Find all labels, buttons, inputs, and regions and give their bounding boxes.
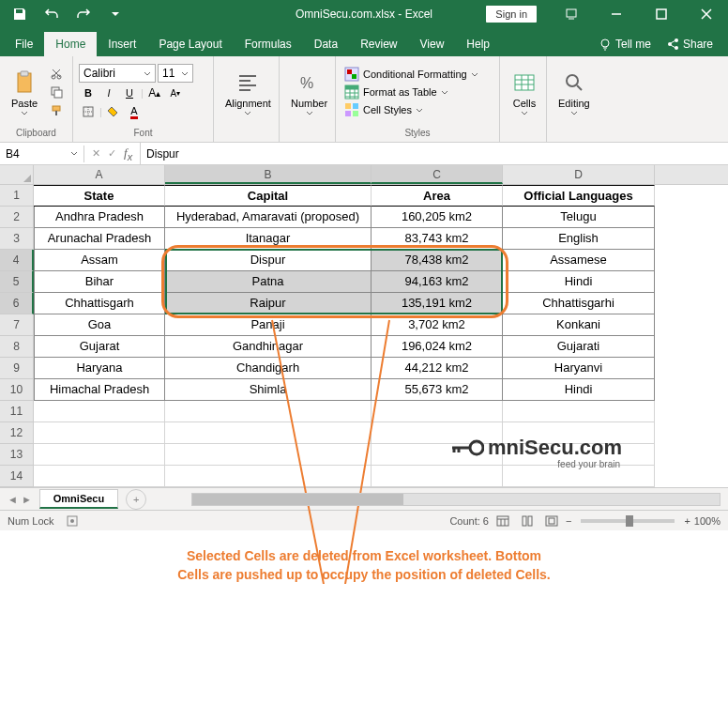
- decrease-font-icon[interactable]: A▾: [166, 84, 185, 101]
- cell[interactable]: Hyderabad, Amaravati (proposed): [165, 207, 372, 228]
- number-button[interactable]: % Number: [285, 66, 333, 119]
- horizontal-scrollbar[interactable]: [191, 493, 720, 506]
- format-painter-icon[interactable]: [47, 102, 66, 119]
- bold-button[interactable]: B: [79, 84, 98, 101]
- cell-styles-button[interactable]: Cell Styles: [341, 101, 426, 118]
- cell[interactable]: [165, 444, 372, 466]
- cell[interactable]: [34, 444, 165, 466]
- enter-formula-icon[interactable]: ✓: [108, 147, 116, 160]
- cell[interactable]: 55,673 km2: [372, 379, 503, 401]
- cell[interactable]: English: [503, 228, 655, 250]
- column-header-d[interactable]: D: [503, 165, 655, 184]
- tab-view[interactable]: View: [409, 32, 456, 56]
- font-name-select[interactable]: Calibri: [79, 64, 156, 83]
- cell[interactable]: 44,212 km2: [372, 358, 503, 379]
- cell[interactable]: [503, 401, 655, 422]
- fx-icon[interactable]: fx: [124, 146, 132, 162]
- zoom-out-button[interactable]: −: [566, 515, 571, 527]
- cell[interactable]: Area: [372, 185, 503, 207]
- row-header[interactable]: 12: [0, 422, 34, 444]
- cell[interactable]: Assamese: [503, 250, 655, 271]
- tab-data[interactable]: Data: [303, 32, 349, 56]
- maximize-icon[interactable]: [640, 0, 683, 28]
- cell[interactable]: [165, 466, 372, 487]
- row-header[interactable]: 5: [0, 271, 34, 293]
- cell[interactable]: Chhattisgarhi: [503, 293, 655, 314]
- row-header[interactable]: 9: [0, 358, 34, 379]
- cells-button[interactable]: Cells: [506, 66, 543, 119]
- row-header[interactable]: 1: [0, 185, 34, 207]
- row-header[interactable]: 11: [0, 401, 34, 422]
- tab-insert[interactable]: Insert: [97, 32, 147, 56]
- cell[interactable]: Gujarat: [34, 336, 165, 358]
- close-icon[interactable]: [685, 0, 728, 28]
- page-break-view-icon[interactable]: [541, 513, 562, 529]
- increase-font-icon[interactable]: A▴: [145, 84, 164, 101]
- formula-input[interactable]: Dispur: [141, 146, 728, 162]
- undo-icon[interactable]: [39, 2, 64, 26]
- font-color-icon[interactable]: A: [125, 103, 144, 120]
- underline-button[interactable]: U: [120, 84, 139, 101]
- qat-dropdown-icon[interactable]: [103, 2, 128, 26]
- row-header[interactable]: 8: [0, 336, 34, 358]
- row-header[interactable]: 2: [0, 207, 34, 228]
- cut-icon[interactable]: [47, 65, 66, 82]
- cell[interactable]: [34, 466, 165, 487]
- cell[interactable]: Chhattisgarh: [34, 293, 165, 314]
- sheet-nav-next-icon[interactable]: ►: [22, 494, 32, 505]
- cell[interactable]: 160,205 km2: [372, 207, 503, 228]
- fill-color-icon[interactable]: [104, 103, 123, 120]
- select-all-corner[interactable]: [0, 165, 34, 184]
- cell[interactable]: Gandhinagar: [165, 336, 372, 358]
- tab-page-layout[interactable]: Page Layout: [147, 32, 233, 56]
- name-box[interactable]: B4: [0, 146, 84, 162]
- cell[interactable]: Official Languages: [503, 185, 655, 207]
- zoom-in-button[interactable]: +: [684, 515, 690, 527]
- cell[interactable]: Goa: [34, 314, 165, 336]
- paste-button[interactable]: Paste: [6, 66, 43, 119]
- tab-help[interactable]: Help: [455, 32, 501, 56]
- normal-view-icon[interactable]: [493, 513, 513, 529]
- borders-icon[interactable]: [79, 103, 98, 120]
- cell[interactable]: [372, 466, 503, 487]
- format-as-table-button[interactable]: Format as Table: [341, 84, 451, 100]
- font-size-select[interactable]: 11: [158, 64, 193, 83]
- cell[interactable]: [34, 422, 165, 444]
- cell[interactable]: Hindi: [503, 379, 655, 401]
- cell[interactable]: Himachal Pradesh: [34, 379, 165, 401]
- sheet-nav-prev-icon[interactable]: ◄: [8, 494, 18, 505]
- cell[interactable]: 94,163 km2: [372, 271, 503, 293]
- sign-in-button[interactable]: Sign in: [486, 6, 537, 23]
- cell[interactable]: Patna: [165, 271, 372, 293]
- cell[interactable]: Shimla: [165, 379, 372, 401]
- cell[interactable]: [165, 401, 372, 422]
- cell[interactable]: 78,438 km2: [372, 250, 503, 271]
- italic-button[interactable]: I: [99, 84, 118, 101]
- minimize-icon[interactable]: [595, 0, 638, 28]
- cell[interactable]: [34, 401, 165, 422]
- zoom-slider[interactable]: [581, 519, 675, 523]
- cell[interactable]: 83,743 km2: [372, 228, 503, 250]
- tab-review[interactable]: Review: [349, 32, 408, 56]
- column-header-b[interactable]: B: [165, 165, 372, 184]
- macro-record-icon[interactable]: [66, 514, 79, 528]
- row-header[interactable]: 3: [0, 228, 34, 250]
- editing-button[interactable]: Editing: [553, 66, 596, 119]
- cell[interactable]: Telugu: [503, 207, 655, 228]
- save-icon[interactable]: [8, 2, 32, 26]
- row-header[interactable]: 7: [0, 314, 34, 336]
- row-header[interactable]: 14: [0, 466, 34, 487]
- cell[interactable]: Arunachal Pradesh: [34, 228, 165, 250]
- cell[interactable]: [372, 401, 503, 422]
- row-header[interactable]: 10: [0, 379, 34, 401]
- cell[interactable]: Hindi: [503, 271, 655, 293]
- cell[interactable]: Itanagar: [165, 228, 372, 250]
- cell[interactable]: Capital: [165, 185, 372, 207]
- cancel-formula-icon[interactable]: ✕: [92, 147, 100, 160]
- cell[interactable]: Konkani: [503, 314, 655, 336]
- column-header-a[interactable]: A: [34, 165, 165, 184]
- cell[interactable]: Raipur: [165, 293, 372, 314]
- cell[interactable]: State: [34, 185, 165, 207]
- tab-file[interactable]: File: [4, 32, 44, 56]
- tab-formulas[interactable]: Formulas: [234, 32, 303, 56]
